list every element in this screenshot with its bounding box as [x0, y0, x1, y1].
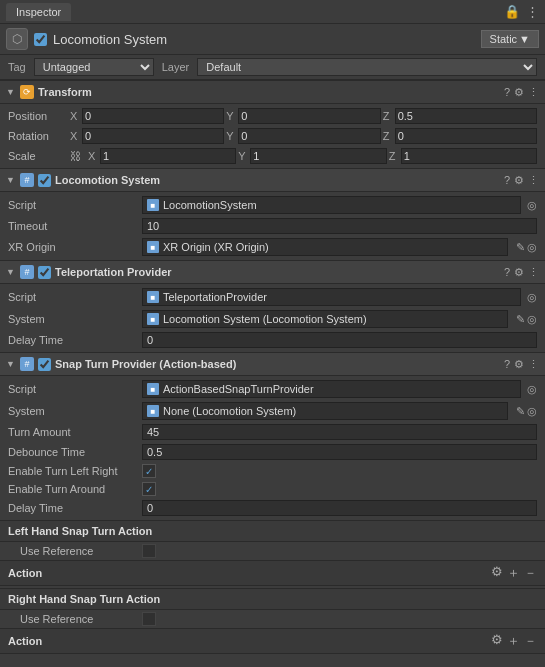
teleport-system-row: System ■ Locomotion System (Locomotion S… — [0, 308, 545, 330]
snapturn-turnleftright-checkmark: ✓ — [145, 466, 153, 477]
snapturn-system-actions: ✎ ◎ — [516, 405, 537, 418]
locomotion-icon: # — [20, 173, 34, 187]
inspector-tab[interactable]: Inspector — [6, 3, 71, 21]
lock-icon[interactable]: 🔒 — [504, 4, 520, 19]
position-z-input[interactable] — [395, 108, 537, 124]
locomotion-active-checkbox[interactable] — [38, 174, 51, 187]
rotation-x-input[interactable] — [82, 128, 224, 144]
teleport-system-edit-icon[interactable]: ✎ — [516, 313, 525, 326]
lefthand-minus-icon[interactable]: － — [524, 564, 537, 582]
snapturn-debounce-input[interactable] — [142, 444, 537, 460]
lefthand-useref-check[interactable] — [142, 544, 156, 558]
transform-menu-icon[interactable]: ⋮ — [528, 86, 539, 99]
tag-select[interactable]: Untagged — [34, 58, 154, 76]
snapturn-body: Script ■ ActionBasedSnapTurnProvider ◎ S… — [0, 376, 545, 656]
teleport-script-label: Script — [8, 291, 138, 303]
lefthand-settings-icon[interactable]: ⚙ — [491, 564, 503, 582]
teleport-delay-input[interactable] — [142, 332, 537, 348]
snapturn-script-ref: ■ ActionBasedSnapTurnProvider — [142, 380, 521, 398]
loco-xrorigin-actions: ✎ ◎ — [516, 241, 537, 254]
snapturn-debounce-row: Debounce Time — [0, 442, 545, 462]
static-button[interactable]: Static ▼ — [481, 30, 539, 48]
teleport-section-header[interactable]: ▼ # Teleportation Provider ? ⚙ ⋮ — [0, 260, 545, 284]
teleport-system-circle-icon[interactable]: ◎ — [527, 313, 537, 326]
scale-x-input[interactable] — [100, 148, 236, 164]
snapturn-help-icon[interactable]: ? — [504, 358, 510, 371]
snapturn-turnaround-checkmark: ✓ — [145, 484, 153, 495]
snapturn-settings-icon[interactable]: ⚙ — [514, 358, 524, 371]
transform-settings-icon[interactable]: ⚙ — [514, 86, 524, 99]
loco-xrorigin-icon: ■ — [147, 241, 159, 253]
position-y-input[interactable] — [238, 108, 380, 124]
rotation-xyz: X Y Z — [70, 128, 537, 144]
teleport-title: Teleportation Provider — [55, 266, 500, 278]
teleport-script-row: Script ■ TeleportationProvider ◎ — [0, 286, 545, 308]
snapturn-turnleftright-check[interactable]: ✓ — [142, 464, 156, 478]
rotation-z-input[interactable] — [395, 128, 537, 144]
object-active-checkbox[interactable] — [34, 33, 47, 46]
snapturn-active-checkbox[interactable] — [38, 358, 51, 371]
locomotion-help-icon[interactable]: ? — [504, 174, 510, 187]
x-label: X — [70, 110, 81, 122]
position-row: Position X Y Z — [0, 106, 545, 126]
loco-xrorigin-edit-icon[interactable]: ✎ — [516, 241, 525, 254]
teleport-help-icon[interactable]: ? — [504, 266, 510, 279]
teleport-active-checkbox[interactable] — [38, 266, 51, 279]
scale-z-input[interactable] — [401, 148, 537, 164]
snapturn-turnamount-input[interactable] — [142, 424, 537, 440]
locomotion-menu-icon[interactable]: ⋮ — [528, 174, 539, 187]
snapturn-system-edit-icon[interactable]: ✎ — [516, 405, 525, 418]
transform-section-header[interactable]: ▼ ⟳ Transform ? ⚙ ⋮ — [0, 80, 545, 104]
position-x-item: X — [70, 108, 224, 124]
loco-script-label: Script — [8, 199, 138, 211]
teleport-actions: ? ⚙ ⋮ — [504, 266, 539, 279]
menu-icon[interactable]: ⋮ — [526, 4, 539, 19]
snapturn-turnamount-row: Turn Amount — [0, 422, 545, 442]
transform-body: Position X Y Z Rotation — [0, 104, 545, 168]
righthand-minus-icon[interactable]: － — [524, 632, 537, 650]
snapturn-turnleftright-label: Enable Turn Left Right — [8, 465, 138, 477]
snapturn-delay-input[interactable] — [142, 500, 537, 516]
teleport-settings-icon[interactable]: ⚙ — [514, 266, 524, 279]
loco-script-circle-icon[interactable]: ◎ — [527, 199, 537, 212]
snapturn-menu-icon[interactable]: ⋮ — [528, 358, 539, 371]
righthand-action-bar: Action ⚙ ＋ － — [0, 628, 545, 654]
righthand-plus-icon[interactable]: ＋ — [507, 632, 520, 650]
rx-label: X — [70, 130, 81, 142]
loco-timeout-input[interactable] — [142, 218, 537, 234]
layer-select[interactable]: Default — [197, 58, 537, 76]
rz-label: Z — [383, 130, 394, 142]
position-x-input[interactable] — [82, 108, 224, 124]
teleport-menu-icon[interactable]: ⋮ — [528, 266, 539, 279]
locomotion-settings-icon[interactable]: ⚙ — [514, 174, 524, 187]
layer-label: Layer — [162, 61, 190, 73]
snapturn-title: Snap Turn Provider (Action-based) — [55, 358, 500, 370]
scale-y-input[interactable] — [250, 148, 386, 164]
lefthand-title: Left Hand Snap Turn Action — [8, 525, 537, 537]
rotation-y-input[interactable] — [238, 128, 380, 144]
snapturn-turnaround-check[interactable]: ✓ — [142, 482, 156, 496]
lefthand-plus-icon[interactable]: ＋ — [507, 564, 520, 582]
scale-y-item: Y — [238, 148, 386, 164]
locomotion-section-header[interactable]: ▼ # Locomotion System ? ⚙ ⋮ — [0, 168, 545, 192]
object-name: Locomotion System — [53, 32, 475, 47]
transform-title: Transform — [38, 86, 500, 98]
snapturn-system-circle-icon[interactable]: ◎ — [527, 405, 537, 418]
loco-xrorigin-circle-icon[interactable]: ◎ — [527, 241, 537, 254]
y-label: Y — [226, 110, 237, 122]
righthand-useref-label: Use Reference — [8, 613, 138, 625]
righthand-settings-icon[interactable]: ⚙ — [491, 632, 503, 650]
teleport-script-circle-icon[interactable]: ◎ — [527, 291, 537, 304]
position-y-item: Y — [226, 108, 380, 124]
teleport-arrow-icon: ▼ — [6, 267, 16, 277]
snapturn-script-circle-icon[interactable]: ◎ — [527, 383, 537, 396]
righthand-useref-check[interactable] — [142, 612, 156, 626]
snapturn-turnleftright-row: Enable Turn Left Right ✓ — [0, 462, 545, 480]
snapturn-section-header[interactable]: ▼ # Snap Turn Provider (Action-based) ? … — [0, 352, 545, 376]
sz-label: Z — [389, 150, 400, 162]
tag-layer-row: Tag Untagged Layer Default — [0, 55, 545, 80]
loco-xrorigin-label: XR Origin — [8, 241, 138, 253]
sy-label: Y — [238, 150, 249, 162]
static-label: Static — [490, 33, 518, 45]
transform-help-icon[interactable]: ? — [504, 86, 510, 99]
